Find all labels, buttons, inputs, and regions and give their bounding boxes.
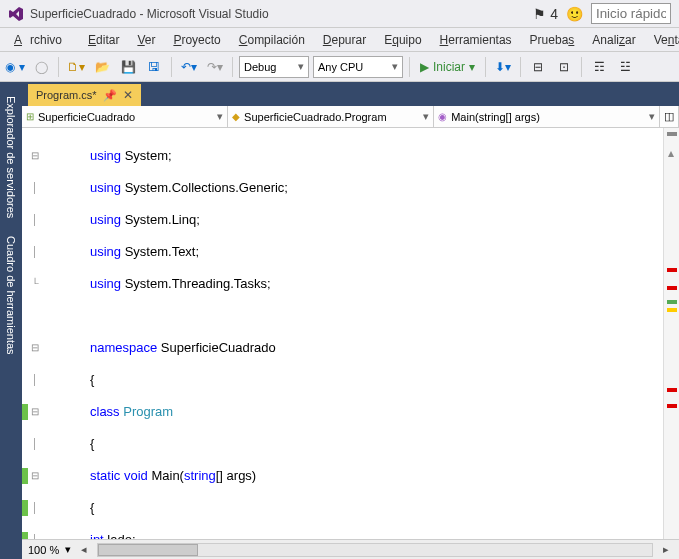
step-button[interactable]: ⬇▾	[492, 56, 514, 78]
navigation-bar: ⊞SuperficieCuadrado▾ ◆SuperficieCuadrado…	[22, 106, 679, 128]
error-marker	[667, 404, 677, 408]
close-icon[interactable]: ✕	[123, 88, 133, 102]
menu-archivo[interactable]: Archivo	[6, 31, 78, 49]
title-bar: SuperficieCuadrado - Microsoft Visual St…	[0, 0, 679, 28]
forward-button[interactable]: ◯	[30, 56, 52, 78]
menu-bar: Archivo Editar Ver Proyecto Compilación …	[0, 28, 679, 52]
tool-a-button[interactable]: ⊟	[527, 56, 549, 78]
back-button[interactable]: ◉ ▾	[4, 56, 26, 78]
redo-button[interactable]: ↷▾	[204, 56, 226, 78]
file-tab-program[interactable]: Program.cs* 📌 ✕	[28, 84, 141, 106]
menu-editar[interactable]: Editar	[80, 31, 127, 49]
menu-proyecto[interactable]: Proyecto	[165, 31, 228, 49]
new-project-button[interactable]: 🗋▾	[65, 56, 87, 78]
tool-d-button[interactable]: ☳	[614, 56, 636, 78]
scope-selector[interactable]: ⊞SuperficieCuadrado▾	[22, 106, 228, 127]
server-explorer-tab[interactable]: Explorador de servidores	[3, 88, 19, 226]
error-marker	[667, 268, 677, 272]
menu-herramientas[interactable]: Herramientas	[432, 31, 520, 49]
play-icon: ▶	[420, 60, 429, 74]
menu-depurar[interactable]: Depurar	[315, 31, 374, 49]
undo-button[interactable]: ↶▾	[178, 56, 200, 78]
zoom-level[interactable]: 100 %	[28, 544, 59, 556]
scroll-right-icon[interactable]: ▸	[659, 543, 673, 556]
menu-ventana[interactable]: Ventar	[646, 31, 679, 49]
collapse-toggle[interactable]: ⊟	[28, 468, 42, 484]
change-marker	[667, 308, 677, 312]
scrollbar-thumb[interactable]	[98, 544, 198, 556]
toolbox-tab[interactable]: Cuadro de herramientas	[3, 228, 19, 363]
csharp-icon: ⊞	[26, 111, 34, 122]
start-debug-button[interactable]: ▶Iniciar ▾	[416, 56, 479, 78]
class-selector[interactable]: ◆SuperficieCuadrado.Program▾	[228, 106, 434, 127]
quick-launch-input[interactable]	[591, 3, 671, 24]
class-icon: ◆	[232, 111, 240, 122]
config-dropdown[interactable]: Debug▾	[239, 56, 309, 78]
tool-b-button[interactable]: ⊡	[553, 56, 575, 78]
chevron-down-icon: ▾	[217, 110, 223, 123]
notifications-icon[interactable]: ⚑ 4	[533, 6, 558, 22]
chevron-down-icon: ▾	[386, 60, 398, 73]
open-file-button[interactable]: 📂	[91, 56, 113, 78]
menu-pruebas[interactable]: Pruebas	[522, 31, 583, 49]
method-selector[interactable]: ◉Main(string[] args)▾	[434, 106, 660, 127]
collapse-toggle[interactable]: ⊟	[28, 148, 42, 164]
toolbar: ◉ ▾ ◯ 🗋▾ 📂 💾 🖫 ↶▾ ↷▾ Debug▾ Any CPU▾ ▶In…	[0, 52, 679, 82]
menu-analizar[interactable]: Analizar	[584, 31, 643, 49]
chevron-down-icon: ▾	[423, 110, 429, 123]
scroll-up-icon[interactable]: ▴	[664, 146, 678, 160]
feedback-icon[interactable]: 🙂	[566, 6, 583, 22]
pin-icon[interactable]: 📌	[103, 89, 117, 102]
overview-marker	[667, 132, 677, 136]
change-marker	[667, 300, 677, 304]
zoom-dropdown-icon[interactable]: ▾	[65, 543, 71, 556]
save-button[interactable]: 💾	[117, 56, 139, 78]
collapse-toggle[interactable]: ⊟	[28, 404, 42, 420]
document-tabs: Program.cs* 📌 ✕	[22, 82, 679, 106]
vs-logo-icon	[8, 6, 24, 22]
status-bar: 100 % ▾ ◂ ▸	[22, 539, 679, 559]
save-all-button[interactable]: 🖫	[143, 56, 165, 78]
side-panels: Explorador de servidores Cuadro de herra…	[0, 82, 22, 559]
menu-compilacion[interactable]: Compilación	[231, 31, 313, 49]
collapse-toggle[interactable]: ⊟	[28, 340, 42, 356]
tool-c-button[interactable]: ☶	[588, 56, 610, 78]
code-editor[interactable]: ⊟using System; │using System.Collections…	[22, 128, 663, 539]
error-marker	[667, 388, 677, 392]
scroll-left-icon[interactable]: ◂	[77, 543, 91, 556]
split-button[interactable]: ◫	[660, 106, 679, 127]
error-marker	[667, 286, 677, 290]
horizontal-scrollbar[interactable]	[97, 543, 653, 557]
method-icon: ◉	[438, 111, 447, 122]
scrollbar-overview[interactable]: ▴	[663, 128, 679, 539]
platform-dropdown[interactable]: Any CPU▾	[313, 56, 403, 78]
menu-equipo[interactable]: Equipo	[376, 31, 429, 49]
window-title: SuperficieCuadrado - Microsoft Visual St…	[30, 7, 269, 21]
chevron-down-icon: ▾	[292, 60, 304, 73]
menu-ver[interactable]: Ver	[129, 31, 163, 49]
chevron-down-icon: ▾	[649, 110, 655, 123]
